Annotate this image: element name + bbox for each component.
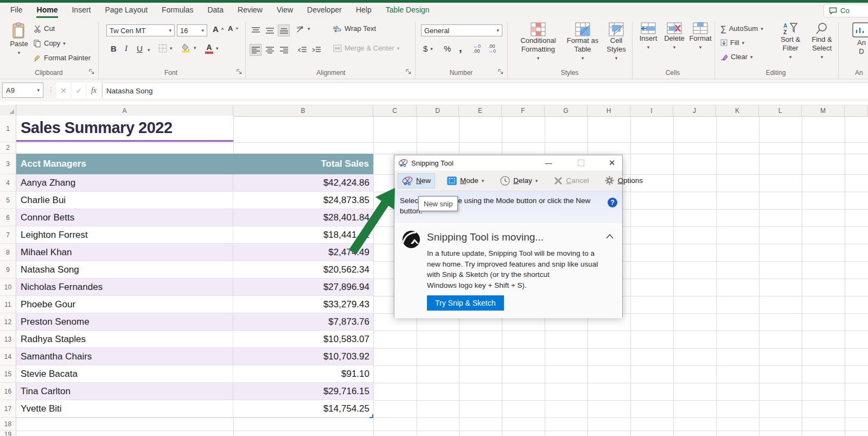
table-row[interactable]: Aanya Zhang$42,424.86	[16, 174, 373, 192]
column-header-E[interactable]: E	[459, 105, 502, 116]
increase-decimal-button[interactable]: ←0.00	[473, 44, 481, 54]
enter-entry-icon[interactable]: ✓	[72, 83, 86, 98]
minimize-button[interactable]: —	[540, 155, 557, 170]
clipboard-dialog-launcher-icon[interactable]	[89, 69, 95, 75]
wrap-text-button[interactable]: ab Wrap Text	[333, 24, 376, 33]
cell-total-sales[interactable]: $29,716.15	[233, 383, 373, 400]
table-row[interactable]: Samantha Chairs$10,703.92	[16, 348, 373, 365]
borders-button[interactable]: ▾	[158, 44, 173, 53]
table-row[interactable]: Yvette Biti$14,754.25	[16, 400, 373, 418]
table-row[interactable]: Preston Senome$7,873.76	[16, 313, 373, 331]
decrease-decimal-button[interactable]: .00→0	[488, 44, 496, 54]
copy-button[interactable]: Copy ▾	[34, 39, 66, 47]
cell-total-sales[interactable]: $14,754.25	[233, 400, 373, 417]
cell-total-sales[interactable]: $20,562.34	[233, 261, 373, 278]
column-header-K[interactable]: K	[716, 105, 759, 116]
italic-button[interactable]: I	[125, 44, 127, 53]
table-row[interactable]: Phoebe Gour$33,279.43	[16, 296, 373, 313]
tab-developer[interactable]: Developer	[300, 3, 349, 18]
clear-button[interactable]: Clear▾	[720, 53, 753, 61]
tab-review[interactable]: Review	[231, 3, 270, 18]
cell-acct-manager[interactable]: Phoebe Gour	[16, 296, 233, 313]
cell-total-sales[interactable]: $7,873.76	[233, 313, 373, 330]
chevron-down-icon[interactable]: ▾	[535, 178, 538, 184]
conditional-formatting-button[interactable]: Conditional Formatting ▾	[513, 22, 563, 62]
name-box-dropdown-icon[interactable]: ▾	[37, 87, 40, 93]
decrease-font-button[interactable]: A˅	[228, 24, 238, 33]
snip-delay-button[interactable]: Delay▾	[496, 173, 542, 188]
cell-acct-manager[interactable]: Stevie Bacata	[16, 365, 233, 382]
bold-button[interactable]: B	[111, 44, 117, 53]
column-header-H[interactable]: H	[588, 105, 630, 116]
cell-acct-manager[interactable]: Charlie Bui	[16, 192, 233, 208]
tab-formulas[interactable]: Formulas	[155, 3, 200, 18]
tab-insert[interactable]: Insert	[65, 3, 98, 18]
font-name-combo[interactable]: Tw Cen MT▾	[106, 24, 175, 36]
tab-help[interactable]: Help	[349, 3, 379, 18]
orientation-button[interactable]: ab ▾	[296, 24, 310, 33]
paste-button[interactable]: Paste ▾	[5, 22, 33, 66]
align-top-button[interactable]	[250, 24, 261, 36]
cell-a1-title[interactable]: Sales Summary 2022	[16, 116, 233, 142]
cut-button[interactable]: Cut	[34, 24, 55, 33]
column-header-partial[interactable]	[845, 105, 868, 116]
cell-total-sales[interactable]: $33,279.43	[233, 296, 373, 313]
cell-total-sales[interactable]: $91.10	[233, 365, 373, 382]
increase-indent-button[interactable]	[310, 44, 322, 56]
align-center-button[interactable]	[264, 44, 276, 56]
insert-cells-button[interactable]: Insert ▾	[636, 22, 661, 52]
column-header-F[interactable]: F	[502, 105, 545, 116]
table-row[interactable]: Natasha Song$20,562.34	[16, 261, 373, 279]
column-header-J[interactable]: J	[673, 105, 716, 116]
align-left-button[interactable]	[250, 44, 261, 56]
autosum-button[interactable]: ∑ AutoSum▾	[720, 24, 763, 33]
cell-acct-manager[interactable]: Natasha Song	[16, 261, 233, 278]
column-header-I[interactable]: I	[630, 105, 673, 116]
cell-total-sales[interactable]: $10,703.92	[233, 348, 373, 365]
column-header-D[interactable]: D	[417, 105, 459, 116]
number-dialog-launcher-icon[interactable]	[498, 69, 505, 75]
alignment-dialog-launcher-icon[interactable]	[406, 69, 412, 75]
cell-acct-manager[interactable]: Tina Carlton	[16, 383, 233, 400]
comma-style-button[interactable]: ,	[459, 42, 462, 54]
cell-acct-manager[interactable]: Preston Senome	[16, 313, 233, 330]
column-header-M[interactable]: M	[802, 105, 845, 116]
font-size-combo[interactable]: 16▾	[177, 24, 207, 36]
underline-button[interactable]: U	[137, 44, 143, 53]
align-right-button[interactable]	[278, 44, 290, 56]
align-middle-button[interactable]	[264, 24, 276, 36]
underline-dropdown[interactable]: ▾	[148, 47, 150, 53]
snip-options-button[interactable]: Options	[601, 173, 647, 188]
column-header-C[interactable]: C	[373, 105, 417, 116]
column-header-A[interactable]: A	[16, 105, 233, 116]
cancel-entry-icon[interactable]: ✕	[56, 83, 71, 98]
try-snip-sketch-button[interactable]: Try Snip & Sketch	[427, 295, 504, 311]
table-resize-corner[interactable]	[369, 414, 373, 418]
tab-data[interactable]: Data	[200, 3, 231, 18]
tab-table-design[interactable]: Table Design	[379, 3, 437, 18]
chevron-down-icon[interactable]: ▾	[482, 178, 484, 184]
name-box[interactable]: A9▾	[2, 83, 43, 98]
fill-button[interactable]: Fill▾	[720, 39, 744, 47]
cell-acct-manager[interactable]: Yvette Biti	[16, 400, 233, 417]
format-as-table-button[interactable]: Format as Table ▾	[565, 22, 600, 62]
font-color-button[interactable]: A ▾	[205, 43, 219, 54]
help-icon[interactable]: ?	[608, 198, 617, 207]
align-bottom-button[interactable]	[278, 24, 290, 36]
cell-acct-manager[interactable]: Mihael Khan	[16, 244, 233, 261]
cell-acct-manager[interactable]: Leighton Forrest	[16, 226, 233, 243]
formula-input[interactable]: Natasha Song	[103, 83, 868, 98]
comments-button[interactable]: Co	[824, 4, 868, 17]
format-painter-button[interactable]: Format Painter	[34, 54, 91, 62]
find-select-button[interactable]: Find & Select ▾	[807, 22, 837, 61]
fill-color-button[interactable]: ▾	[181, 43, 196, 53]
chevron-up-icon[interactable]	[606, 234, 614, 239]
analyze-data-button-partial[interactable]: An D	[845, 22, 868, 56]
insert-function-icon[interactable]: fx	[87, 83, 101, 98]
decrease-indent-button[interactable]	[296, 44, 308, 56]
close-button[interactable]: ✕	[603, 155, 621, 170]
format-cells-button[interactable]: Format ▾	[688, 22, 713, 52]
number-format-combo[interactable]: General▾	[421, 24, 502, 36]
tab-view[interactable]: View	[270, 3, 300, 18]
cell-styles-button[interactable]: Cell Styles ▾	[602, 22, 630, 62]
